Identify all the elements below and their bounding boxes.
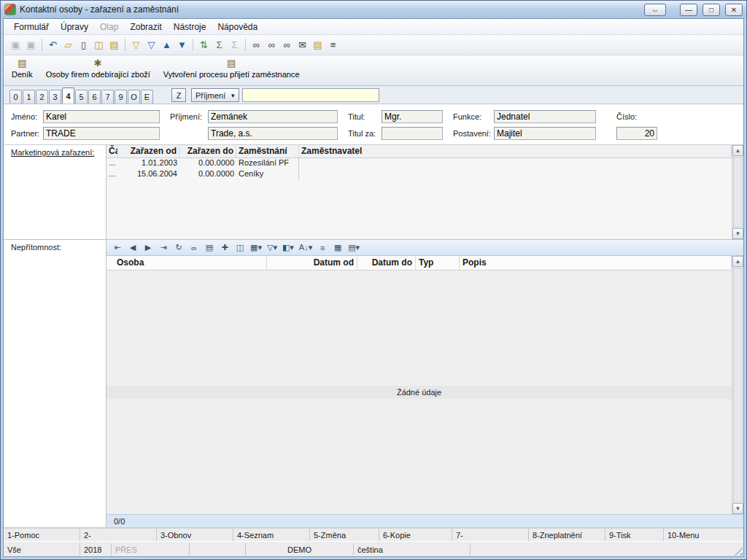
scroll-up-icon[interactable]: ▲ [732, 145, 743, 156]
record-tab[interactable]: 2 [36, 90, 48, 104]
scrollbar[interactable]: ▲ ▼ [732, 256, 743, 514]
copy-record-icon[interactable]: ◫ [233, 241, 247, 254]
column-header[interactable]: Zaměstnavatel [299, 145, 732, 158]
prijmeni-field[interactable] [208, 110, 338, 123]
print-icon[interactable]: ▤ [203, 241, 216, 254]
function-key[interactable]: 8-Zneplatnění [529, 529, 605, 541]
record-tab[interactable]: 1 [23, 90, 35, 104]
scrollbar-track[interactable] [733, 268, 743, 502]
minimize-button[interactable]: — [680, 4, 697, 16]
function-key[interactable]: 10-Menu [664, 529, 743, 541]
record-tab[interactable]: 0 [9, 90, 22, 104]
column-header[interactable]: Datum od [267, 256, 357, 270]
scrollbar[interactable]: ▲ ▼ [732, 145, 743, 239]
action-button[interactable]: ▤ Deník [9, 57, 35, 79]
move-up-icon[interactable]: ▲ [159, 37, 174, 52]
partner-field[interactable] [43, 127, 160, 140]
column-header[interactable]: Typ [416, 256, 460, 270]
record-tab[interactable]: 4 [62, 88, 74, 104]
pivot-icon[interactable]: ◧▾ [281, 241, 295, 254]
search-by-combo[interactable]: Příjmení ▾ [191, 88, 239, 102]
menu-item[interactable]: Nástroje [168, 20, 212, 34]
action-button[interactable]: ✱ Osoby firem odebírající zboží [44, 57, 152, 79]
function-key[interactable]: 9-Tisk [605, 529, 664, 541]
filter-edit-icon[interactable]: ▽ [144, 37, 159, 52]
find-next-icon[interactable]: ∞ [264, 37, 279, 52]
menu-item[interactable]: Zobrazit [124, 20, 167, 34]
titul-field[interactable] [382, 110, 443, 123]
function-key[interactable]: 3-Obnov [157, 529, 233, 541]
notes-icon[interactable]: ▤ [107, 37, 122, 52]
calendar-icon[interactable]: ▦▾ [249, 241, 263, 254]
column-header[interactable]: Osoba [107, 256, 267, 270]
column-header[interactable]: Zařazen od [118, 145, 179, 158]
move-down-icon[interactable]: ▼ [174, 37, 190, 52]
report-icon[interactable]: ▤▾ [347, 241, 361, 254]
prev-record-icon[interactable]: ◀ [126, 241, 139, 254]
close-button[interactable]: ✕ [725, 4, 743, 16]
scroll-down-icon[interactable]: ▼ [732, 228, 743, 239]
column-header[interactable]: Zaměstnání [236, 145, 299, 158]
filter-icon[interactable]: ▽▾ [266, 241, 279, 254]
sum-disabled-icon[interactable]: Σ [227, 37, 242, 52]
funkce-field[interactable] [494, 110, 596, 123]
cislo-field[interactable] [616, 127, 657, 140]
column-header[interactable]: Popis [460, 256, 732, 270]
record-tab[interactable]: 9 [115, 90, 127, 104]
refresh-icon[interactable]: ↻ [172, 241, 185, 254]
find-related-icon[interactable]: ∞ [279, 37, 295, 52]
z-button[interactable]: Z [171, 88, 186, 102]
open-icon[interactable]: ▱ [61, 37, 76, 52]
function-key[interactable]: 5-Změna [310, 529, 379, 541]
column-header[interactable]: Zařazen do [179, 145, 236, 158]
menu-item[interactable]: Formulář [8, 20, 55, 34]
titul-za-field[interactable] [382, 127, 443, 140]
switch-window-button[interactable]: ⇔ [644, 4, 666, 16]
recalc-icon[interactable]: ⇅ [196, 37, 212, 52]
column-header[interactable]: Čas [107, 145, 118, 158]
scrollbar-track[interactable] [733, 157, 743, 228]
maximize-button[interactable]: □ [703, 4, 720, 16]
menu-item[interactable]: Nápověda [212, 20, 263, 34]
excel-export-icon[interactable]: ▦ [331, 241, 344, 254]
record-tab[interactable]: 5 [75, 90, 88, 104]
add-record-icon[interactable]: ✚ [218, 241, 231, 254]
undo-icon[interactable]: ↶ [45, 37, 61, 52]
find-icon[interactable]: ∞ [249, 37, 264, 52]
scroll-down-icon[interactable]: ▼ [732, 503, 743, 514]
mail-icon[interactable]: ✉ [295, 37, 310, 52]
filter-icon[interactable]: ▽ [128, 37, 144, 52]
function-key[interactable]: 6-Kopie [379, 529, 452, 541]
partner-name-field[interactable] [208, 127, 338, 140]
table-row[interactable]: ... 15.06.2004 0.00.0000 Ceníky [107, 169, 743, 180]
save-icon[interactable]: ▣ [8, 37, 23, 52]
postaveni-field[interactable] [494, 127, 596, 140]
menu-item[interactable]: Olap [94, 20, 124, 34]
menu-list-icon[interactable]: ≡ [325, 37, 341, 52]
menu-item[interactable]: Úpravy [55, 20, 94, 34]
function-key[interactable]: 2- [80, 529, 157, 541]
action-button[interactable]: ▤ Vytvoření procesu přijetí zaměstnance [161, 57, 302, 79]
jmeno-field[interactable] [43, 110, 160, 123]
column-header[interactable]: Datum do [357, 256, 416, 270]
function-key[interactable]: 7- [452, 529, 529, 541]
next-record-icon[interactable]: ▶ [142, 241, 155, 254]
record-tab[interactable]: E [141, 90, 153, 104]
search-input[interactable] [242, 88, 379, 102]
function-key[interactable]: 1-Pomoc [4, 529, 80, 541]
table-row[interactable]: ... 1.01.2003 0.00.0000 Rozesílání PF [107, 158, 743, 169]
copy-icon[interactable]: ◫ [91, 37, 107, 52]
first-record-icon[interactable]: ⇤ [111, 241, 124, 254]
record-tab[interactable]: 3 [49, 90, 61, 104]
find-icon[interactable]: ∞ [187, 241, 201, 254]
sort-icon[interactable]: A↓▾ [298, 241, 314, 254]
save-close-icon[interactable]: ▣ [23, 37, 39, 52]
record-tab[interactable]: 7 [101, 90, 114, 104]
record-tab[interactable]: O [128, 90, 140, 104]
journal-edit-icon[interactable]: ▤ [310, 37, 325, 52]
new-record-icon[interactable]: ▯ [76, 37, 91, 52]
record-tab[interactable]: 6 [88, 90, 101, 104]
sum-icon[interactable]: Σ [212, 37, 227, 52]
last-record-icon[interactable]: ⇥ [157, 241, 170, 254]
details-list-icon[interactable]: ≡ [316, 241, 329, 254]
